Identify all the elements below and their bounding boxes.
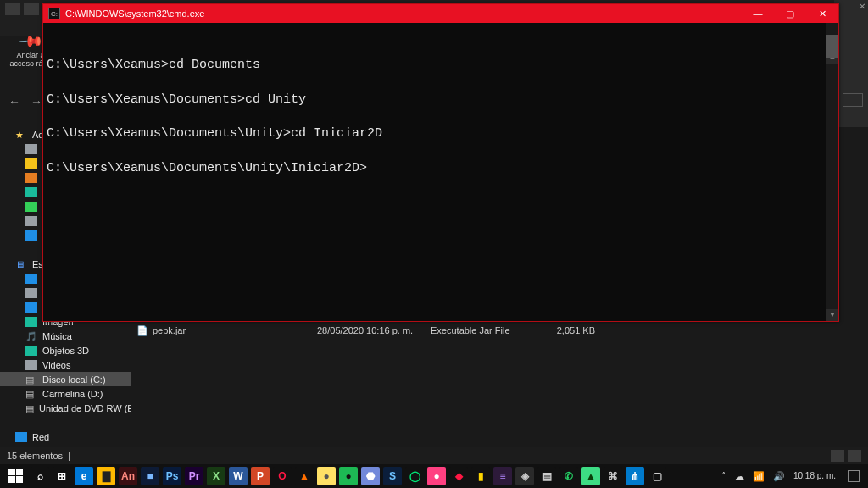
cmd-scrollbar[interactable]: ▲ ▼ [826, 23, 838, 321]
sidebar-item[interactable]: Objetos 3D [0, 343, 131, 358]
nav-forward-icon[interactable]: → [31, 95, 42, 108]
file-name: pepk.jar [153, 325, 314, 336]
sidebar-item[interactable]: ▤Carmelina (D:) [0, 386, 131, 401]
file-list: 📄 pepk.jar 28/05/2020 10:16 p. m. Execut… [136, 322, 868, 339]
taskbar-app-icon[interactable]: ● [317, 467, 336, 485]
taskbar-app-icon[interactable]: An [119, 467, 137, 485]
file-row[interactable]: 📄 pepk.jar 28/05/2020 10:16 p. m. Execut… [136, 322, 868, 339]
taskbar-app-icon[interactable]: S [383, 467, 402, 485]
taskbar-app-icon[interactable]: W [229, 467, 248, 485]
sidebar-item[interactable]: Videos [0, 358, 131, 372]
tray-clock[interactable]: 10:18 p. m. [793, 472, 836, 481]
terminal-line [47, 74, 835, 91]
disk-icon: ▤ [25, 389, 37, 399]
blank-icon [15, 418, 27, 428]
pc-icon: 🖥 [15, 259, 27, 269]
taskbar-app-icon[interactable]: P [251, 467, 270, 485]
jar-file-icon: 📄 [136, 325, 149, 336]
cmd-terminal-area[interactable]: C:\Users\Xeamus>cd Documents C:\Users\Xe… [43, 23, 838, 321]
tray-cloud-icon[interactable]: ☁ [735, 471, 744, 482]
taskbar-app-icon[interactable]: ⋔ [626, 467, 644, 485]
taskbar-app-icon[interactable]: ✆ [559, 467, 578, 485]
terminal-line [47, 142, 835, 159]
gray-icon [25, 288, 37, 298]
disk-icon: ▤ [25, 374, 37, 385]
cmd-window[interactable]: C: C:\WINDOWS\system32\cmd.exe — ▢ ✕ C:\… [42, 3, 839, 322]
taskbar-app-icon[interactable]: ● [339, 467, 358, 485]
taskbar-app-icon[interactable]: Pr [185, 467, 203, 485]
blank-icon [15, 245, 27, 255]
sidebar-item-label: Videos [42, 360, 70, 370]
scroll-down-icon[interactable]: ▼ [826, 309, 838, 321]
orange-icon [25, 173, 37, 183]
close-button[interactable]: ✕ [806, 4, 838, 23]
taskbar-app-icon[interactable]: Ps [163, 467, 181, 485]
blue-icon [25, 230, 37, 241]
disk-icon: ▤ [25, 403, 34, 413]
tray-notifications-icon[interactable] [848, 470, 860, 482]
system-tray: ˄ ☁ 📶 🔊 10:18 p. m. [721, 470, 865, 482]
taskbar-app-icon[interactable]: ■ [141, 467, 159, 485]
star-icon: ★ [15, 130, 27, 140]
blue-icon [25, 302, 37, 313]
taskbar-app-icon[interactable]: ⊞ [53, 467, 71, 485]
taskbar-app-icon[interactable]: ◆ [449, 467, 468, 485]
sidebar-item-label: Disco local (C:) [42, 374, 106, 385]
sidebar-item-label: Red [32, 432, 49, 442]
close-icon[interactable]: ✕ [858, 2, 866, 10]
minimize-button[interactable]: — [742, 4, 774, 23]
status-bar: 15 elementos | [0, 447, 868, 464]
taskbar-app-icon[interactable]: X [207, 467, 225, 485]
taskbar-app-icon[interactable]: O [273, 467, 292, 485]
taskbar-app-icon[interactable]: ◯ [405, 467, 424, 485]
sidebar-item-label: Carmelina (D:) [42, 389, 103, 399]
taskbar-app-icon[interactable]: ▮ [471, 467, 490, 485]
sidebar-item[interactable] [0, 415, 131, 430]
sidebar-item-label: Música [42, 331, 72, 341]
sidebar-item[interactable]: ▤Disco local (C:) [0, 372, 131, 386]
view-large-icon[interactable] [848, 450, 861, 462]
gray-icon [25, 360, 37, 370]
tray-network-icon[interactable]: 📶 [753, 471, 765, 482]
tray-volume-icon[interactable]: 🔊 [773, 471, 785, 482]
taskbar-app-icon[interactable]: ▲ [295, 467, 314, 485]
nav-back-icon[interactable]: ← [8, 95, 20, 108]
gray-icon [25, 144, 37, 154]
taskbar-app-icon[interactable]: ● [427, 467, 446, 485]
sidebar-item-label: Objetos 3D [42, 346, 89, 356]
teal-icon [25, 317, 37, 327]
teal-icon [25, 346, 37, 356]
taskbar-app-icon[interactable]: ⬣ [361, 467, 380, 485]
music-icon: 🎵 [25, 331, 37, 341]
file-size: 2,051 KB [536, 325, 595, 336]
taskbar-app-icon[interactable]: ▇ [97, 467, 115, 485]
taskbar-app-icon[interactable]: ◈ [515, 467, 534, 485]
sidebar-item-label: Unidad de DVD RW (E:) Au [39, 403, 131, 413]
gray-icon [25, 216, 37, 226]
scroll-thumb[interactable] [826, 35, 838, 58]
taskbar-app-icon[interactable]: ⌘ [604, 467, 622, 485]
start-button[interactable] [8, 469, 24, 484]
view-details-icon[interactable] [831, 450, 844, 462]
maximize-button[interactable]: ▢ [774, 4, 806, 23]
tray-overflow-icon[interactable]: ˄ [721, 471, 726, 482]
green-icon [25, 202, 37, 212]
cmd-title-text: C:\WINDOWS\system32\cmd.exe [65, 8, 742, 19]
background-window-field [843, 93, 863, 107]
taskbar-app-icon[interactable]: ▲ [581, 467, 600, 485]
cmd-titlebar[interactable]: C: C:\WINDOWS\system32\cmd.exe — ▢ ✕ [43, 4, 838, 23]
terminal-line: C:\Users\Xeamus\Documents\Unity\Iniciar2… [47, 160, 835, 177]
taskbar-app-icon[interactable]: ▤ [537, 467, 556, 485]
sidebar-item[interactable]: ▤Unidad de DVD RW (E:) Au [0, 401, 131, 415]
sidebar-item[interactable]: 🎵Música [0, 329, 131, 343]
taskbar-app-icon[interactable]: ⌕ [31, 467, 49, 485]
taskbar: ⌕⊞e▇An■PsPrXWPO▲●●⬣S◯●◆▮≡◈▤✆▲⌘⋔▢ ˄ ☁ 📶 🔊… [0, 464, 868, 488]
teal-icon [25, 187, 37, 197]
sidebar-item[interactable]: Red [0, 430, 131, 444]
taskbar-app-icon[interactable]: ▢ [648, 467, 666, 485]
blue-icon [25, 274, 37, 284]
terminal-line: C:\Users\Xeamus\Documents>cd Unity [47, 92, 835, 108]
taskbar-app-icon[interactable]: ≡ [493, 467, 512, 485]
file-type: Executable Jar File [431, 325, 532, 336]
taskbar-app-icon[interactable]: e [75, 467, 93, 485]
